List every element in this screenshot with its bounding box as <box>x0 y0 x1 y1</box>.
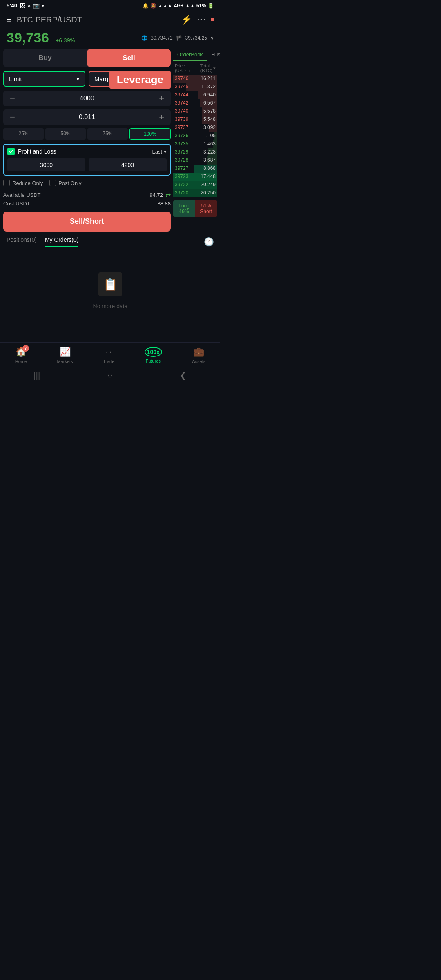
price-increment[interactable]: + <box>156 91 167 105</box>
pnl-checkbox[interactable] <box>7 148 15 155</box>
pnl-header: Profit and Loss Last ▾ <box>7 148 167 155</box>
tab-positions[interactable]: Positions(0) <box>7 236 37 247</box>
amount-decrement[interactable]: − <box>7 110 18 124</box>
tab-fills[interactable]: Fills <box>207 49 220 61</box>
bid-row: 39736 1.105 <box>173 132 217 140</box>
ask-row: 39739 5.548 <box>173 116 217 124</box>
chart-settings-icon[interactable]: ⚡ <box>181 14 192 25</box>
pnl-dropdown-chevron: ▾ <box>164 149 167 155</box>
pnl-dropdown[interactable]: Last ▾ <box>152 149 167 155</box>
android-home[interactable]: ○ <box>107 371 112 380</box>
globe-icon: 🌐 <box>141 35 147 41</box>
flag-icon: 🏴 <box>176 35 182 41</box>
amount-input-row: − + <box>3 109 171 125</box>
take-profit-input[interactable] <box>7 158 85 172</box>
home-label: Home <box>15 359 27 364</box>
leverage-tooltip: Leverage <box>109 71 171 89</box>
flag-price: 39,734.25 <box>185 35 207 41</box>
nav-trade[interactable]: ↔ Trade <box>103 347 114 364</box>
chevron-down-icon[interactable]: ∨ <box>210 35 214 41</box>
nav-markets[interactable]: 📈 Markets <box>57 347 73 364</box>
network-label: 4G+ <box>174 3 183 9</box>
post-only-option[interactable]: Post Only <box>49 180 81 186</box>
stop-loss-input[interactable] <box>89 158 167 172</box>
empty-text: No more data <box>93 303 128 310</box>
long-pct: Long 49% <box>173 200 195 217</box>
photo-icon: 🖼 <box>20 2 25 9</box>
menu-icon[interactable]: ≡ <box>7 14 12 25</box>
battery: 61% <box>196 3 206 9</box>
reduce-only-checkbox[interactable] <box>3 180 10 186</box>
futures-label: Futures <box>146 359 161 363</box>
pnl-checkbox-row: Profit and Loss <box>7 148 56 155</box>
swap-icon[interactable]: ⇄ <box>165 191 171 199</box>
price-decrement[interactable]: − <box>7 91 18 105</box>
price-input-row: − + <box>3 91 171 106</box>
info-rows: Available USDT 94.72 ⇄ Cost USDT 88.88 <box>3 191 171 207</box>
post-only-checkbox[interactable] <box>49 180 56 186</box>
pct-50[interactable]: 50% <box>45 128 86 140</box>
amount-increment[interactable]: + <box>156 110 167 124</box>
trade-label: Trade <box>103 359 114 364</box>
reduce-only-label: Reduce Only <box>12 180 43 186</box>
ask-row: 39742 6.567 <box>173 99 217 107</box>
price-input[interactable] <box>18 91 156 106</box>
empty-icon: 📋 <box>98 272 122 296</box>
nav-futures[interactable]: 100x Futures <box>145 347 162 363</box>
short-pct: 51% Short <box>195 200 217 217</box>
tab-sell[interactable]: Sell <box>87 49 171 67</box>
pct-row: 25% 50% 75% 100% <box>3 128 171 140</box>
bid-row: 39723 17.448 <box>173 173 217 181</box>
empty-state: 📋 No more data <box>0 247 220 334</box>
price-col-header: Price(USDT) <box>175 63 190 73</box>
assets-icon: 💼 <box>193 347 204 357</box>
ask-row: 39744 6.940 <box>173 91 217 99</box>
ask-row: 39745 11.372 <box>173 83 217 91</box>
pct-25[interactable]: 25% <box>3 128 44 140</box>
assets-label: Assets <box>192 359 205 364</box>
price-info: 🌐 39,734.71 🏴 39,734.25 ∨ <box>141 35 214 41</box>
asks-list: 39746 16.211 39745 11.372 39744 6.940 39… <box>173 75 217 132</box>
trade-icon: ↔ <box>104 347 113 357</box>
price-change: +6.39% <box>56 37 75 44</box>
android-back[interactable]: ❮ <box>180 370 187 380</box>
pair-base: BTC PERP <box>17 15 58 24</box>
available-label: Available USDT <box>3 192 41 198</box>
pnl-label: Profit and Loss <box>18 148 56 155</box>
header: ≡ BTC PERP/USDT ⚡ ⋯ <box>0 11 220 28</box>
nav-assets[interactable]: 💼 Assets <box>192 347 205 364</box>
tab-buy[interactable]: Buy <box>3 49 87 67</box>
price-row: 39,736 +6.39% 🌐 39,734.71 🏴 39,734.25 ∨ <box>0 28 220 49</box>
mute-icon: 🔕 <box>150 3 156 9</box>
ask-row: 39746 16.211 <box>173 75 217 83</box>
bottom-tab-group: Positions(0) My Orders(0) <box>7 236 78 247</box>
total-col-header: Total(BTC) ▾ <box>200 63 216 73</box>
amount-input[interactable] <box>18 109 156 125</box>
nav-home[interactable]: 🏠 7 Home <box>15 347 27 364</box>
sell-short-button[interactable]: Sell/Short <box>3 212 171 232</box>
order-type-dropdown[interactable]: Limit ▾ <box>3 71 85 87</box>
more-icon[interactable]: ⋯ <box>197 14 206 25</box>
pct-100[interactable]: 100% <box>129 128 171 140</box>
futures-icon: 100x <box>145 347 162 357</box>
tab-my-orders[interactable]: My Orders(0) <box>45 236 78 247</box>
order-type-chevron: ▾ <box>76 75 80 82</box>
markets-label: Markets <box>57 359 73 364</box>
tab-orderbook[interactable]: OrderBook <box>173 49 207 61</box>
pct-75[interactable]: 75% <box>87 128 128 140</box>
signal-icon: ▲▲▲ <box>158 3 173 9</box>
orderbook-tabs: OrderBook Fills <box>173 49 217 61</box>
markets-icon: 📈 <box>60 347 71 357</box>
android-recents[interactable]: ||| <box>34 371 40 380</box>
post-only-label: Post Only <box>58 180 81 186</box>
history-icon[interactable]: 🕐 <box>204 237 214 247</box>
leverage-label: Leverage <box>117 74 163 86</box>
reduce-only-option[interactable]: Reduce Only <box>3 180 43 186</box>
cost-row: Cost USDT 88.88 <box>3 200 171 207</box>
buy-sell-tabs: Buy Sell <box>3 49 171 67</box>
status-right: 🔔 🔕 ▲▲▲ 4G+ ▲▲ 61% 🔋 <box>143 3 214 9</box>
bottom-tabs: Positions(0) My Orders(0) 🕐 <box>0 232 220 247</box>
cost-label: Cost USDT <box>3 200 30 207</box>
time: 5:40 <box>7 2 17 9</box>
header-icons: ⚡ ⋯ <box>181 14 214 25</box>
